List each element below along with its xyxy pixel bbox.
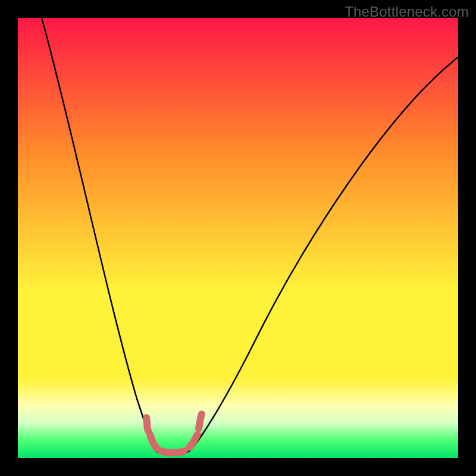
plot-area <box>18 18 458 458</box>
heatmap-background <box>18 18 458 458</box>
chart-svg <box>18 18 458 458</box>
figure-container: TheBottleneck.com <box>0 0 476 476</box>
